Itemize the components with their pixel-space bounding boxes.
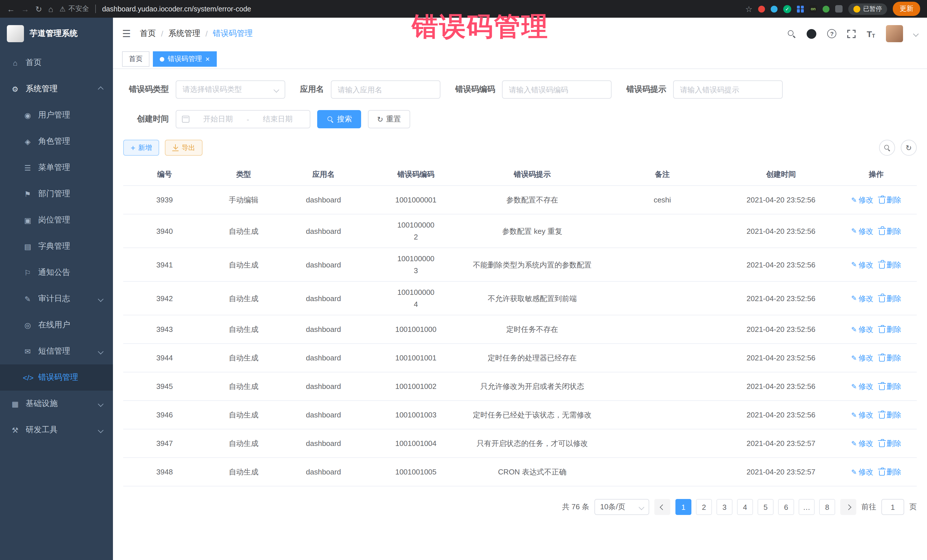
goto-page-input[interactable] <box>881 499 904 515</box>
security-indicator[interactable]: ⚠ 不安全 <box>59 4 89 14</box>
delete-link[interactable]: 删除 <box>879 194 901 206</box>
sidebar-item-sms[interactable]: ✉短信管理 <box>0 338 113 364</box>
extension-grid-icon[interactable] <box>797 5 804 12</box>
sidebar-item-user[interactable]: ◉用户管理 <box>0 102 113 128</box>
add-button[interactable]: + 新增 <box>123 140 159 156</box>
sidebar-item-dept[interactable]: ⚑部门管理 <box>0 181 113 207</box>
sidebar-item-system[interactable]: ⚙系统管理 <box>0 76 113 102</box>
delete-link[interactable]: 删除 <box>879 292 901 304</box>
page-button-3[interactable]: 3 <box>716 499 732 515</box>
page-button-4[interactable]: 4 <box>737 499 753 515</box>
close-icon[interactable]: × <box>205 55 210 63</box>
edit-link[interactable]: ✎修改 <box>851 225 873 237</box>
github-icon[interactable] <box>807 29 817 38</box>
help-icon[interactable]: ? <box>827 29 837 38</box>
sidebar-item-home[interactable]: ⌂首页 <box>0 50 113 76</box>
breadcrumb-item[interactable]: 系统管理 <box>168 29 200 39</box>
page-button-2[interactable]: 2 <box>696 499 712 515</box>
forward-icon[interactable]: → <box>21 5 29 13</box>
delete-link[interactable]: 删除 <box>879 259 901 270</box>
edit-link[interactable]: ✎修改 <box>851 323 873 335</box>
extensions-puzzle-icon[interactable] <box>835 5 843 12</box>
cell-memo <box>599 372 726 400</box>
update-button[interactable]: 更新 <box>893 2 920 16</box>
edit-link[interactable]: ✎修改 <box>851 409 873 421</box>
extension-check-icon[interactable]: ✓ <box>783 5 791 13</box>
delete-link[interactable]: 删除 <box>879 323 901 335</box>
sidebar-item-post[interactable]: ▣岗位管理 <box>0 207 113 233</box>
edit-link[interactable]: ✎修改 <box>851 259 873 270</box>
error-code-input[interactable] <box>502 80 611 99</box>
cell-type: 自动生成 <box>206 458 281 486</box>
edit-link[interactable]: ✎修改 <box>851 194 873 206</box>
sidebar-item-dict[interactable]: ▤字典管理 <box>0 233 113 260</box>
export-button[interactable]: 导出 <box>165 140 202 156</box>
edit-link[interactable]: ✎修改 <box>851 466 873 478</box>
cell-memo <box>599 214 726 247</box>
edit-link[interactable]: ✎修改 <box>851 352 873 364</box>
fullscreen-icon[interactable] <box>847 29 856 38</box>
search-icon[interactable] <box>787 29 796 38</box>
delete-link[interactable]: 删除 <box>879 466 901 478</box>
search-button[interactable]: 搜索 <box>317 110 361 128</box>
app-logo-row[interactable]: 芋道管理系统 <box>0 18 113 50</box>
sidebar-item-audit[interactable]: ✎审计日志 <box>0 286 113 312</box>
edit-link[interactable]: ✎修改 <box>851 437 873 449</box>
sidebar-item-infra[interactable]: ▦基础设施 <box>0 391 113 417</box>
sidebar-item-online[interactable]: ◎在线用户 <box>0 312 113 338</box>
next-page-button[interactable] <box>840 499 856 515</box>
sidebar-item-errorcode[interactable]: </>错误码管理 <box>0 364 113 391</box>
extension-blue-icon[interactable] <box>771 5 778 12</box>
cell-created: 2021-04-20 23:52:56 <box>726 214 836 247</box>
page-size-select[interactable]: 10条/页 <box>594 499 649 515</box>
url-bar[interactable]: dashboard.yudao.iocoder.cn/system/error-… <box>102 5 251 13</box>
error-hint-input[interactable] <box>673 80 783 99</box>
edit-link[interactable]: ✎修改 <box>851 380 873 392</box>
page-button-1[interactable]: 1 <box>675 499 691 515</box>
delete-link[interactable]: 删除 <box>879 380 901 392</box>
sidebar-item-devtools[interactable]: ⚒研发工具 <box>0 417 113 443</box>
breadcrumb-item[interactable]: 首页 <box>140 29 156 39</box>
tab-error-code[interactable]: 错误码管理 × <box>153 51 216 67</box>
edit-link[interactable]: ✎修改 <box>851 292 873 304</box>
prev-page-button[interactable] <box>654 499 670 515</box>
refresh-table-button[interactable]: ↻ <box>901 140 917 156</box>
paused-badge[interactable]: 已暂停 <box>848 3 887 15</box>
tab-home[interactable]: 首页 <box>122 51 149 67</box>
menu-list-icon: ☰ <box>23 163 32 172</box>
hamburger-icon[interactable]: ☰ <box>122 28 131 39</box>
cell-code: 1001001005 <box>366 458 466 486</box>
sidebar-item-notice[interactable]: ⚐通知公告 <box>0 260 113 286</box>
back-icon[interactable]: ← <box>7 5 15 13</box>
toggle-search-button[interactable] <box>879 140 895 156</box>
pages-ellipsis[interactable]: … <box>799 499 815 515</box>
page-button-6[interactable]: 6 <box>778 499 794 515</box>
edit-icon: ✎ <box>851 411 857 418</box>
reset-button[interactable]: ↻ 重置 <box>368 110 410 128</box>
sidebar-item-role[interactable]: ◈角色管理 <box>0 128 113 155</box>
table-row: 3948自动生成dashboard1001001005CRON 表达式不正确20… <box>123 458 917 486</box>
error-type-select[interactable]: 请选择错误码类型 <box>176 80 285 99</box>
search-icon <box>884 144 891 151</box>
paused-label: 已暂停 <box>863 5 882 13</box>
breadcrumb-item[interactable]: 错误码管理 <box>213 29 253 39</box>
delete-link[interactable]: 删除 <box>879 437 901 449</box>
extension-green-icon[interactable] <box>823 5 830 12</box>
sidebar-item-menu[interactable]: ☰菜单管理 <box>0 155 113 181</box>
reload-icon[interactable]: ↻ <box>35 5 42 13</box>
chevron-down-icon[interactable] <box>913 31 919 36</box>
create-time-range-picker[interactable]: 开始日期 - 结束日期 <box>176 110 310 128</box>
font-size-icon[interactable]: TT <box>867 29 875 38</box>
delete-link[interactable]: 删除 <box>879 409 901 421</box>
extension-on-icon[interactable]: on <box>810 5 817 12</box>
bookmark-star-icon[interactable]: ☆ <box>745 5 752 13</box>
delete-link[interactable]: 删除 <box>879 225 901 237</box>
app-name-input[interactable] <box>331 80 441 99</box>
page-button-5[interactable]: 5 <box>758 499 774 515</box>
cell-type: 自动生成 <box>206 429 281 457</box>
home-icon[interactable]: ⌂ <box>48 5 53 13</box>
page-button-8[interactable]: 8 <box>819 499 835 515</box>
delete-link[interactable]: 删除 <box>879 352 901 364</box>
extension-red-icon[interactable] <box>758 5 765 12</box>
user-avatar[interactable] <box>886 25 903 42</box>
